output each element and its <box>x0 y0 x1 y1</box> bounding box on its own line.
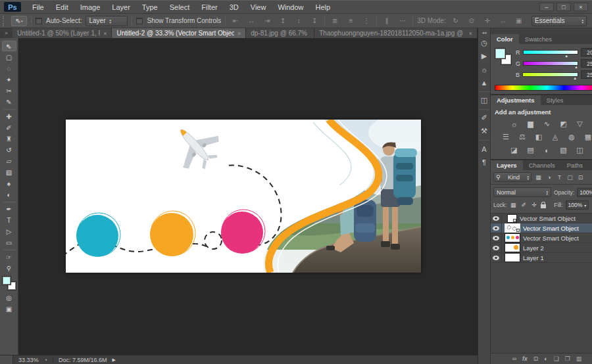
tool-blur[interactable]: ♠ <box>2 178 16 189</box>
fill-value[interactable]: 100%▾ <box>566 200 589 210</box>
threshold-icon[interactable]: ◐ <box>542 146 552 154</box>
invert-icon[interactable]: ◪ <box>509 146 519 154</box>
distribute-bottom-icon[interactable]: ⋮ <box>360 16 372 26</box>
opacity-value[interactable]: 100%▾ <box>577 188 592 197</box>
tab-swatches[interactable]: Swatches <box>519 34 558 44</box>
gradient-map-icon[interactable]: ▧ <box>558 146 568 154</box>
menu-select[interactable]: Select <box>164 1 196 13</box>
3d-roll-icon[interactable]: ⊙ <box>466 16 478 26</box>
tab-paths[interactable]: Paths <box>561 160 589 170</box>
selective-color-icon[interactable]: ◫ <box>575 146 585 154</box>
tool-brush[interactable]: ✐ <box>2 122 16 133</box>
filter-type-layers-icon[interactable]: T <box>555 173 564 181</box>
menu-edit[interactable]: Edit <box>50 1 74 13</box>
channel-mixer-icon[interactable]: ◍ <box>566 133 576 141</box>
status-arrow-icon[interactable]: ▶ <box>112 357 116 363</box>
tool-dodge[interactable]: ◐ <box>2 189 16 200</box>
tool-zoom[interactable]: ⚲ <box>2 263 16 273</box>
lock-pixels-icon[interactable]: ✐ <box>520 201 528 209</box>
blue-slider[interactable]: ▲ <box>522 72 578 77</box>
history-panel-icon[interactable]: ◷ <box>478 37 490 49</box>
minimize-icon[interactable]: – <box>539 3 554 11</box>
green-slider[interactable]: ▲ <box>523 61 578 66</box>
layer-thumbnail[interactable] <box>505 234 520 242</box>
photo-filter-icon[interactable]: ◬ <box>550 133 560 141</box>
3d-drag-icon[interactable]: ✛ <box>481 16 493 26</box>
filter-pixel-layers-icon[interactable]: ▦ <box>534 173 543 181</box>
layer-mask-icon[interactable]: ⊡ <box>533 355 539 362</box>
3d-orbit-icon[interactable]: ↻ <box>450 16 462 26</box>
camera-raw-panel-icon[interactable]: ☼ <box>478 64 490 75</box>
layer-style-icon[interactable]: fx <box>522 355 528 362</box>
tab-overflow-icon[interactable]: » <box>0 28 12 38</box>
quick-mask-button[interactable]: ◎ <box>2 292 16 303</box>
dock-collapse-icon[interactable]: ◂◂ <box>481 30 486 35</box>
layer-thumbnail[interactable] <box>505 254 520 262</box>
menu-window[interactable]: Window <box>272 1 309 13</box>
tool-spot-healing[interactable]: ✚ <box>2 111 16 122</box>
red-slider[interactable]: ▲ <box>523 50 578 55</box>
green-value[interactable]: 255 <box>581 59 592 68</box>
tab-close-icon[interactable]: × <box>469 30 472 37</box>
align-h-centers-icon[interactable]: ↔ <box>245 16 257 26</box>
levels-icon[interactable]: ▆ <box>526 120 535 128</box>
tab-close-icon[interactable]: × <box>237 30 241 37</box>
brush-presets-panel-icon[interactable]: ✐ <box>478 112 490 124</box>
tool-eraser[interactable]: ▱ <box>2 156 16 166</box>
close-icon[interactable]: × <box>574 3 588 11</box>
layer-row-layer-1[interactable]: Layer 1 <box>491 253 592 263</box>
distribute-middle-icon[interactable]: ≡ <box>345 16 357 26</box>
align-left-edges-icon[interactable]: ⇤ <box>230 16 241 26</box>
visibility-toggle[interactable] <box>491 233 502 242</box>
paragraph-panel-icon[interactable]: ¶ <box>478 156 490 168</box>
hue-saturation-icon[interactable]: ☰ <box>501 133 510 141</box>
vibrance-icon[interactable]: ▽ <box>575 120 585 128</box>
tool-marquee[interactable]: ▢ <box>2 52 16 62</box>
tool-shape[interactable]: ▭ <box>2 237 16 248</box>
layer-row-layer-2[interactable]: Layer 2 <box>491 243 592 253</box>
tool-eyedropper[interactable]: ✎ <box>2 97 16 107</box>
auto-select-checkbox[interactable] <box>36 18 42 24</box>
align-right-edges-icon[interactable]: ⇥ <box>261 16 273 26</box>
visibility-toggle[interactable] <box>491 214 502 223</box>
tab-dp-81[interactable]: dp-81.jpg @ 66.7% (RGB/8... <box>246 28 314 38</box>
visibility-toggle[interactable] <box>491 243 502 252</box>
tab-color[interactable]: Color <box>491 34 519 44</box>
lock-transparency-icon[interactable]: ▦ <box>509 201 517 209</box>
filter-smart-objects-icon[interactable]: ⊡ <box>576 173 585 181</box>
histogram-panel-icon[interactable]: ◫ <box>478 95 490 106</box>
tab-channels[interactable]: Channels <box>523 160 561 170</box>
3d-slide-icon[interactable]: ↔ <box>497 16 509 26</box>
color-spectrum-ramp[interactable] <box>495 85 592 91</box>
tool-gradient[interactable]: ▧ <box>2 167 16 177</box>
screen-mode-button[interactable]: ▣ <box>2 304 16 314</box>
layer-row-vector-smart-object-2[interactable]: Vector Smart Object <box>491 223 592 233</box>
tool-lasso[interactable]: ◌ <box>2 63 16 74</box>
tab-untitled-2[interactable]: Untitled-2 @ 33.3% (Vector Smart Object,… <box>112 28 246 38</box>
navigator-panel-icon[interactable]: ▲ <box>478 77 490 88</box>
tab-layers[interactable]: Layers <box>491 160 523 170</box>
menu-file[interactable]: File <box>26 1 50 13</box>
layer-row-vector-smart-object-1[interactable]: Vector Smart Object <box>491 214 592 223</box>
layer-thumbnail[interactable] <box>508 215 516 222</box>
tool-move[interactable]: ⇖ <box>2 41 16 51</box>
3d-camera-icon[interactable]: ▣ <box>513 16 525 26</box>
auto-select-target-dropdown[interactable]: Layer ▴▾ <box>86 16 128 26</box>
delete-layer-icon[interactable]: ▥ <box>576 355 582 362</box>
lock-all-icon[interactable] <box>541 204 546 208</box>
align-v-centers-icon[interactable]: ↕ <box>293 16 305 26</box>
color-balance-icon[interactable]: ⚖ <box>517 133 527 141</box>
color-lookup-icon[interactable]: ▦ <box>583 133 592 141</box>
panel-expand-icon[interactable]: ▸▸ <box>491 28 592 34</box>
tab-adjustments[interactable]: Adjustments <box>491 95 541 105</box>
show-transform-checkbox[interactable] <box>136 18 143 24</box>
filter-shape-layers-icon[interactable]: ▢ <box>566 173 574 181</box>
tool-hand[interactable]: ☞ <box>2 252 16 262</box>
visibility-toggle[interactable] <box>491 223 502 233</box>
lock-position-icon[interactable]: ✛ <box>530 201 538 209</box>
tool-path-selection[interactable]: ▷ <box>2 226 16 237</box>
tool-presets-panel-icon[interactable]: ⚒ <box>478 125 490 137</box>
visibility-toggle[interactable] <box>491 253 502 262</box>
tool-type[interactable]: T <box>2 215 16 225</box>
red-value[interactable]: 202 <box>581 48 592 57</box>
